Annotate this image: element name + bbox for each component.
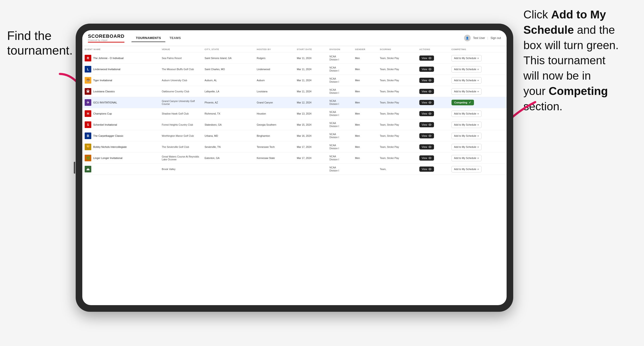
plus-icon: + xyxy=(477,168,479,171)
cell-division: NCAADivision I xyxy=(327,97,353,108)
team-logo: 🏛 xyxy=(85,88,91,95)
cell-gender: Men xyxy=(353,108,378,119)
sign-out-link[interactable]: Sign out xyxy=(490,36,501,40)
add-to-schedule-button[interactable]: Add to My Schedule + xyxy=(452,66,482,72)
cell-scoring: Team, Stroke Play xyxy=(378,119,417,130)
table-row: ⛰ Brook Valley NCAADivision I Team, View xyxy=(82,164,506,175)
eye-icon xyxy=(428,90,432,93)
cell-venue: Forest Heights Country Club xyxy=(160,119,202,130)
cell-competing: Add to My Schedule + xyxy=(449,119,506,130)
view-button[interactable]: View xyxy=(419,122,434,127)
cell-actions: View xyxy=(417,97,449,108)
col-scoring: SCORING xyxy=(378,46,417,53)
tab-teams[interactable]: TEAMS xyxy=(165,34,185,42)
cell-start-date: Mar 11, 2024 xyxy=(294,64,327,75)
plus-icon: + xyxy=(477,79,479,82)
view-button[interactable]: View xyxy=(419,78,434,83)
svg-point-5 xyxy=(430,91,431,92)
competing-button[interactable]: Competing ✓ xyxy=(452,100,474,105)
cell-division: NCAADivision I xyxy=(327,75,353,86)
cell-hosted-by: Georgia Southern xyxy=(254,119,294,130)
cell-start-date: Mar 11, 2024 xyxy=(294,53,327,64)
event-name: Bobby Nichols Intercollegiate xyxy=(93,146,127,148)
plus-icon: + xyxy=(477,145,479,149)
add-to-schedule-button[interactable]: Add to My Schedule + xyxy=(452,111,482,117)
cell-city-state: Richmond, TX xyxy=(202,108,254,119)
col-city-state: CITY, STATE xyxy=(202,46,254,53)
table-row: 🌿 Linger Longer Invitational Great Water… xyxy=(82,153,506,164)
cell-venue: Shadow Hawk Golf Club xyxy=(160,108,202,119)
tab-tournaments[interactable]: TOURNAMENTS xyxy=(132,34,165,42)
team-logo: H xyxy=(85,110,91,117)
view-button[interactable]: View xyxy=(419,55,434,61)
event-name: The Carpetbagger Classic xyxy=(93,134,124,137)
cell-division: NCAADivision I xyxy=(327,130,353,142)
event-name: Tiger Invitational xyxy=(93,79,112,82)
col-gender: GENDER xyxy=(353,46,378,53)
view-button[interactable]: View xyxy=(419,144,434,150)
cell-gender: Men xyxy=(353,97,378,108)
cell-venue: Oakbourne Country Club xyxy=(160,86,202,97)
view-button[interactable]: View xyxy=(419,167,434,172)
cell-competing: Add to My Schedule + xyxy=(449,164,506,175)
add-to-schedule-button[interactable]: Add to My Schedule + xyxy=(452,88,482,95)
cell-hosted-by: Tennessee Tech xyxy=(254,142,294,153)
cell-hosted-by: Lindenwood xyxy=(254,64,294,75)
nav-tabs: TOURNAMENTS TEAMS xyxy=(132,34,185,42)
svg-point-9 xyxy=(430,135,431,136)
cell-city-state: Urbana, MD xyxy=(202,130,254,142)
event-name: Lindenwood Invitational xyxy=(93,68,120,71)
cell-venue: The Missouri Bluffs Golf Club xyxy=(160,64,202,75)
svg-point-10 xyxy=(430,147,431,147)
view-button[interactable]: View xyxy=(419,156,434,161)
add-to-schedule-button[interactable]: Add to My Schedule + xyxy=(452,122,482,128)
cell-hosted-by: Grand Canyon xyxy=(254,97,294,108)
view-button[interactable]: View xyxy=(419,100,434,105)
add-label: Add to My Schedule xyxy=(454,134,476,137)
cell-scoring: Team, Stroke Play xyxy=(378,86,417,97)
eye-icon xyxy=(428,168,432,170)
table-row: 🏛 Louisiana Classics Oakbourne Country C… xyxy=(82,86,506,97)
add-to-schedule-button[interactable]: Add to My Schedule + xyxy=(452,55,482,61)
cell-scoring: Team, Stroke Play xyxy=(378,97,417,108)
svg-point-4 xyxy=(430,80,431,81)
plus-icon: + xyxy=(477,134,479,138)
cell-scoring: Team, Stroke Play xyxy=(378,153,417,164)
cell-venue: Auburn University Club xyxy=(160,75,202,86)
cell-scoring: Team, Stroke Play xyxy=(378,130,417,142)
cell-start-date: Mar 12, 2024 xyxy=(294,97,327,108)
add-label: Add to My Schedule xyxy=(454,157,476,160)
add-to-schedule-button[interactable]: Add to My Schedule + xyxy=(452,155,482,161)
view-button[interactable]: View xyxy=(419,89,434,94)
event-name: Louisiana Classics xyxy=(93,90,115,93)
add-to-schedule-button[interactable]: Add to My Schedule + xyxy=(452,144,482,150)
add-to-schedule-button[interactable]: Add to My Schedule + xyxy=(452,133,482,139)
table-row: 🐯 Tiger Invitational Auburn University C… xyxy=(82,75,506,86)
view-button[interactable]: View xyxy=(419,111,434,116)
cell-hosted-by: Louisiana xyxy=(254,86,294,97)
team-logo: L xyxy=(85,66,91,72)
add-to-schedule-button[interactable]: Add to My Schedule + xyxy=(452,77,482,84)
view-button[interactable]: View xyxy=(419,133,434,138)
plus-icon: + xyxy=(477,56,479,60)
team-logo: ✈ xyxy=(85,99,91,106)
cell-start-date: Mar 15, 2024 xyxy=(294,119,327,130)
cell-scoring: Team, Stroke Play xyxy=(378,75,417,86)
cell-gender: Men xyxy=(353,153,378,164)
annotation-left: Find the tournament. xyxy=(7,28,73,58)
tablet-screen: SCOREBOARD Powered by clippd TOURNAMENTS… xyxy=(82,30,506,305)
col-venue: VENUE xyxy=(160,46,202,53)
event-name: Schenkel Invitational xyxy=(93,123,117,126)
cell-division: NCAADivision I xyxy=(327,153,353,164)
check-icon: ✓ xyxy=(469,101,471,104)
team-logo: B xyxy=(85,133,91,139)
cell-event-name: S Schenkel Invitational xyxy=(82,119,160,130)
cell-actions: View xyxy=(417,86,449,97)
view-button[interactable]: View xyxy=(419,67,434,72)
cell-gender: Men xyxy=(353,64,378,75)
cell-competing: Add to My Schedule + xyxy=(449,108,506,119)
cell-division: NCAADivision I xyxy=(327,142,353,153)
add-to-schedule-button[interactable]: Add to My Schedule + xyxy=(452,166,482,173)
cell-competing: Add to My Schedule + xyxy=(449,142,506,153)
cell-competing: Competing ✓ xyxy=(449,97,506,108)
